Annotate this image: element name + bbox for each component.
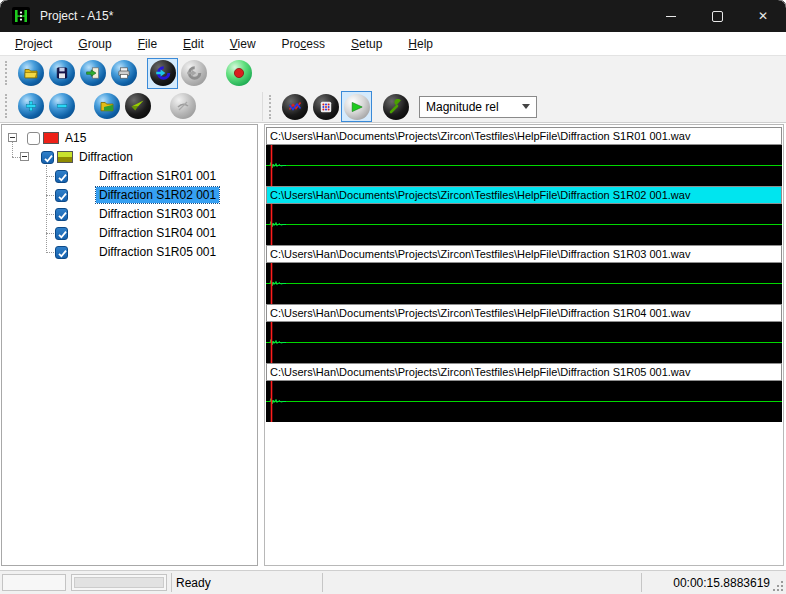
graph-view-button[interactable] — [279, 91, 310, 122]
waveform-display[interactable] — [266, 381, 782, 422]
magnitude-select[interactable]: Magnitude rel — [419, 96, 537, 118]
waveform-header[interactable]: C:\Users\Han\Documents\Projects\Zircon\T… — [266, 245, 782, 263]
menu-item-setup[interactable]: Setup — [341, 34, 392, 54]
secondary-toolbar: Magnitude rel — [0, 90, 786, 123]
minimize-button[interactable] — [648, 0, 694, 32]
process-back-button — [178, 58, 209, 89]
magnitude-select-value: Magnitude rel — [426, 100, 499, 114]
tree-item-checkbox[interactable] — [55, 227, 68, 240]
print-button[interactable] — [108, 58, 139, 89]
collapse-icon[interactable] — [20, 152, 29, 161]
waveform-strip: C:\Users\Han\Documents\Projects\Zircon\T… — [266, 245, 782, 304]
waveform-strip: C:\Users\Han\Documents\Projects\Zircon\T… — [266, 363, 782, 422]
signal-wedge-icon — [125, 93, 151, 119]
tree-item-checkbox[interactable] — [55, 170, 68, 183]
settings-button[interactable] — [380, 91, 411, 122]
status-time: 00:00:15.8883619 — [673, 571, 770, 594]
waveform-header[interactable]: C:\Users\Han\Documents\Projects\Zircon\T… — [266, 186, 782, 204]
waveform-display[interactable] — [266, 322, 782, 363]
waveform-header[interactable]: C:\Users\Han\Documents\Projects\Zircon\T… — [266, 127, 782, 145]
collapse-icon[interactable] — [8, 133, 17, 142]
tree-checkbox-group[interactable] — [41, 151, 54, 164]
resize-grip[interactable] — [774, 582, 783, 591]
status-bar: Ready 00:00:15.8883619 — [0, 570, 786, 594]
tree-row-item[interactable]: Diffraction S1R01 001 — [2, 167, 257, 186]
process-arrow-disabled-icon — [181, 60, 207, 86]
tree-row-item[interactable]: Diffraction S1R02 001 — [2, 186, 257, 205]
tree-item-checkbox[interactable] — [55, 189, 68, 202]
toolbar-grip[interactable] — [5, 94, 10, 118]
menu-item-file[interactable]: File — [128, 34, 167, 54]
menu-item-view[interactable]: View — [220, 34, 266, 54]
save-button[interactable] — [46, 58, 77, 89]
tree-checkbox-root[interactable] — [27, 132, 40, 145]
process-forward-button[interactable] — [147, 58, 178, 89]
close-button[interactable]: ✕ — [740, 0, 786, 32]
tree-item-label[interactable]: Diffraction S1R03 001 — [96, 206, 219, 222]
tree-root-label[interactable]: A15 — [62, 130, 89, 146]
waveform-graphic — [266, 263, 782, 304]
folder-group-icon — [94, 93, 120, 119]
record-button[interactable] — [223, 58, 254, 89]
waveform-header[interactable]: C:\Users\Han\Documents\Projects\Zircon\T… — [266, 363, 782, 381]
status-separator — [641, 573, 642, 592]
tree-item-checkbox[interactable] — [55, 246, 68, 259]
remove-button[interactable] — [46, 91, 77, 122]
status-separator — [322, 573, 323, 592]
record-dot-icon — [226, 60, 252, 86]
minimize-icon — [666, 16, 676, 17]
export-button[interactable] — [77, 58, 108, 89]
menu-item-process[interactable]: Process — [272, 34, 335, 54]
tree-row-group[interactable]: Diffraction — [2, 148, 257, 167]
status-message: Ready — [176, 571, 211, 594]
tree-item-label[interactable]: Diffraction S1R05 001 — [96, 244, 219, 260]
menu-item-group[interactable]: Group — [68, 34, 121, 54]
play-wedge-icon — [344, 94, 370, 120]
export-document-icon — [80, 60, 106, 86]
waveform-header[interactable]: C:\Users\Han\Documents\Projects\Zircon\T… — [266, 304, 782, 322]
maximize-icon — [712, 11, 723, 22]
menu-item-help[interactable]: Help — [398, 34, 443, 54]
toolbar-grip[interactable] — [5, 61, 10, 85]
tree-row-item[interactable]: Diffraction S1R05 001 — [2, 243, 257, 262]
maximize-button[interactable] — [694, 0, 740, 32]
tree-item-checkbox[interactable] — [55, 208, 68, 221]
open-group-button[interactable] — [91, 91, 122, 122]
waveform-graphic — [266, 145, 782, 186]
tree-row-item[interactable]: Diffraction S1R04 001 — [2, 224, 257, 243]
waveform-display[interactable] — [266, 145, 782, 186]
tree-item-label[interactable]: Diffraction S1R01 001 — [96, 168, 219, 184]
status-progress-track — [74, 577, 164, 588]
menu-bar: ProjectGroupFileEditViewProcessSetupHelp — [0, 32, 786, 55]
tree-row-item[interactable]: Diffraction S1R03 001 — [2, 205, 257, 224]
status-cell-1 — [2, 574, 66, 591]
tree-item-label[interactable]: Diffraction S1R04 001 — [96, 225, 219, 241]
status-progress — [71, 574, 167, 591]
tree-row-root[interactable]: A15 — [2, 129, 257, 148]
tree-group-label[interactable]: Diffraction — [76, 149, 136, 165]
process-arrow-icon — [150, 60, 176, 86]
add-button[interactable] — [15, 91, 46, 122]
menu-item-project[interactable]: Project — [5, 34, 62, 54]
envelope-view-button[interactable] — [341, 91, 372, 122]
waveform-graphic — [266, 204, 782, 245]
save-icon — [49, 60, 75, 86]
graph-curves-icon — [282, 94, 308, 120]
minus-icon — [49, 93, 75, 119]
matrix-view-button[interactable] — [310, 91, 341, 122]
toolbar-grip[interactable] — [269, 95, 274, 119]
plus-icon — [18, 93, 44, 119]
open-project-button[interactable] — [15, 58, 46, 89]
waveform-strip: C:\Users\Han\Documents\Projects\Zircon\T… — [266, 304, 782, 363]
waveform-strip: C:\Users\Han\Documents\Projects\Zircon\T… — [266, 186, 782, 245]
menu-item-edit[interactable]: Edit — [173, 34, 214, 54]
tree-item-label[interactable]: Diffraction S1R02 001 — [96, 187, 219, 203]
toolbar-divider — [262, 92, 263, 121]
waveform-display[interactable] — [266, 204, 782, 245]
waveform-display[interactable] — [266, 263, 782, 304]
waveform-graphic — [266, 322, 782, 363]
waveform-graphic — [266, 381, 782, 422]
signal-view-button[interactable] — [122, 91, 153, 122]
wrench-icon — [383, 94, 409, 120]
status-separator — [171, 573, 172, 592]
